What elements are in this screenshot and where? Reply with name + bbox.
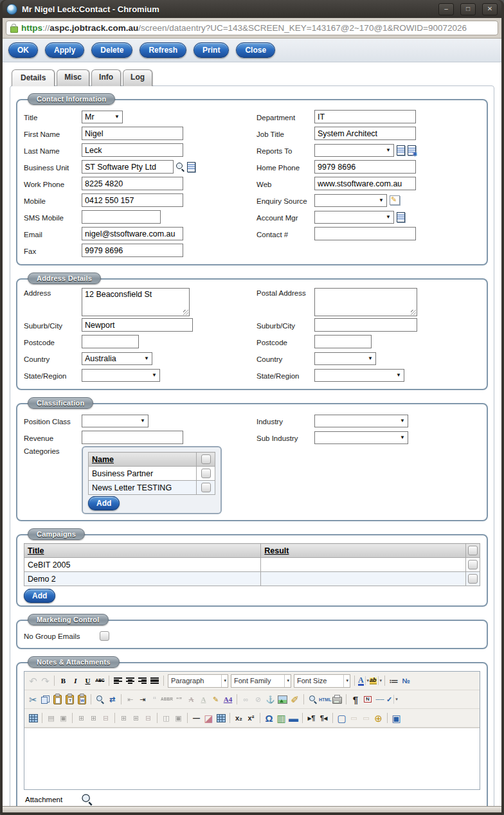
campaign-row-checkbox[interactable] [468,574,478,584]
address-textarea[interactable]: 12 Beaconsfield St [82,288,190,316]
country-select[interactable]: Australia▼ [82,352,152,365]
tab-details[interactable]: Details [12,69,55,86]
tab-info[interactable]: Info [91,69,121,86]
job-title-input[interactable] [314,127,416,140]
paste-as-text-icon[interactable] [64,694,76,706]
suburb-city-input[interactable] [314,318,417,332]
paragraph-format-select[interactable]: Paragraph▾ [168,674,228,688]
secure-lock-icon[interactable] [10,26,18,33]
find-replace-icon[interactable]: ⇄ [106,694,118,706]
fax-input[interactable] [82,244,183,257]
ok-button[interactable]: OK [8,42,38,58]
special-character-icon[interactable]: Ω [263,712,275,724]
insert-media-icon[interactable]: ▥ [275,712,287,724]
horizontal-rule-icon[interactable]: — [190,712,203,724]
paste-icon[interactable] [51,694,64,706]
blockquote-icon[interactable]: “ [148,694,161,706]
insert-row-after-icon[interactable]: ⊞ [87,712,100,724]
contact-input[interactable] [314,227,416,240]
absolute-position-icon[interactable]: ▢ [336,712,348,724]
delete-button[interactable]: Delete [91,42,132,58]
insert-column-after-icon[interactable]: ⊞ [130,712,142,724]
insert-embed-icon[interactable]: ▬ [287,712,300,724]
edit-icon[interactable] [390,195,400,205]
sms-mobile-input[interactable] [82,210,161,224]
delete-row-icon[interactable]: ⊟ [100,712,112,724]
editor-content[interactable] [24,728,480,789]
sub-industry-select[interactable]: ▼ [314,431,408,444]
print-button[interactable]: Print [194,42,229,58]
visual-aid-icon[interactable] [215,712,227,724]
insert-link-icon[interactable]: ∞ [240,694,252,706]
outdent-icon[interactable]: ⇤ [124,694,136,706]
postcode-input[interactable] [314,335,372,348]
title-select[interactable]: Mr▼ [82,111,123,123]
delete-column-icon[interactable]: ⊟ [142,712,154,724]
send-backward-icon[interactable]: ▭ [360,712,372,724]
first-name-input[interactable] [82,127,183,140]
insert-column-before-icon[interactable]: ⊞ [118,712,130,724]
page-break-icon[interactable]: ┄┄ [374,694,386,706]
print-icon[interactable] [331,694,343,706]
state-region-select[interactable]: ▼ [314,369,404,382]
document-icon[interactable] [397,212,405,222]
industry-select[interactable]: ▼ [314,415,408,427]
italic-icon[interactable]: I [69,675,82,687]
enquiry-source-select[interactable]: ▼ [314,194,387,207]
category-row-checkbox[interactable] [201,483,211,492]
add-category-button[interactable]: Add [88,496,120,510]
nonbreaking-space-icon[interactable]: N [361,694,374,706]
magnifier-icon[interactable] [176,163,184,171]
bullet-list-icon[interactable]: ≔ [388,675,400,687]
spellcheck-icon[interactable]: ✓▾ [386,694,398,706]
postcode-input[interactable] [82,335,139,348]
unlink-icon[interactable]: ⊘ [252,694,264,706]
strikethrough-icon[interactable]: ABC [94,675,106,687]
work-phone-input[interactable] [82,177,183,190]
web-input[interactable] [314,177,416,190]
text-color-icon[interactable]: A▾ [357,675,370,687]
inserted-text-icon[interactable]: A [197,694,210,706]
right-to-left-icon[interactable]: ¶◂ [318,712,330,724]
paste-from-word-icon[interactable] [76,694,88,706]
find-icon[interactable] [94,694,106,706]
last-name-input[interactable] [82,143,183,157]
bold-icon[interactable]: B [57,675,69,687]
url-input[interactable]: https://aspc.jobtrack.com.au/screen/data… [6,21,498,35]
minimize-button[interactable]: – [438,3,454,15]
close-window-button[interactable]: ✕ [482,3,498,15]
align-justify-icon[interactable] [148,675,161,687]
paragraph-marks-icon[interactable]: ¶ [349,694,361,706]
remove-formatting-icon[interactable]: ◪ [203,712,215,724]
document-icon[interactable] [397,145,405,156]
select-all-checkbox[interactable] [468,546,478,555]
suburb-city-input[interactable] [82,318,193,332]
left-to-right-icon[interactable]: ▸¶ [305,712,318,724]
column-header-result[interactable]: Result [264,546,289,555]
maximize-button[interactable]: □ [460,3,476,15]
column-header-name[interactable]: Name [92,455,114,464]
insert-attributes-icon[interactable]: ✎ [210,694,222,706]
preview-icon[interactable] [307,694,319,706]
department-input[interactable] [314,110,416,123]
email-input[interactable] [82,227,183,240]
highlight-color-icon[interactable]: ab▾ [370,675,382,687]
revenue-input[interactable] [82,431,183,444]
position-class-select[interactable]: ▼ [82,415,148,427]
refresh-button[interactable]: Refresh [140,42,186,58]
apply-button[interactable]: Apply [45,42,84,58]
state-region-select[interactable]: ▼ [82,369,160,382]
campaign-row-checkbox[interactable] [468,560,478,569]
country-select[interactable]: ▼ [314,352,376,365]
category-row-checkbox[interactable] [201,469,211,478]
align-center-icon[interactable] [124,675,136,687]
column-header-title[interactable]: Title [28,546,44,555]
add-campaign-button[interactable]: Add [24,589,55,603]
tab-misc[interactable]: Misc [57,69,89,86]
merge-cells-icon[interactable]: ▣ [172,712,184,724]
no-group-emails-checkbox[interactable] [100,631,109,641]
superscript-icon[interactable]: x² [245,712,257,724]
anchor-icon[interactable]: ⚓ [264,694,276,706]
close-button[interactable]: Close [236,42,275,58]
business-unit-input[interactable] [82,160,174,174]
